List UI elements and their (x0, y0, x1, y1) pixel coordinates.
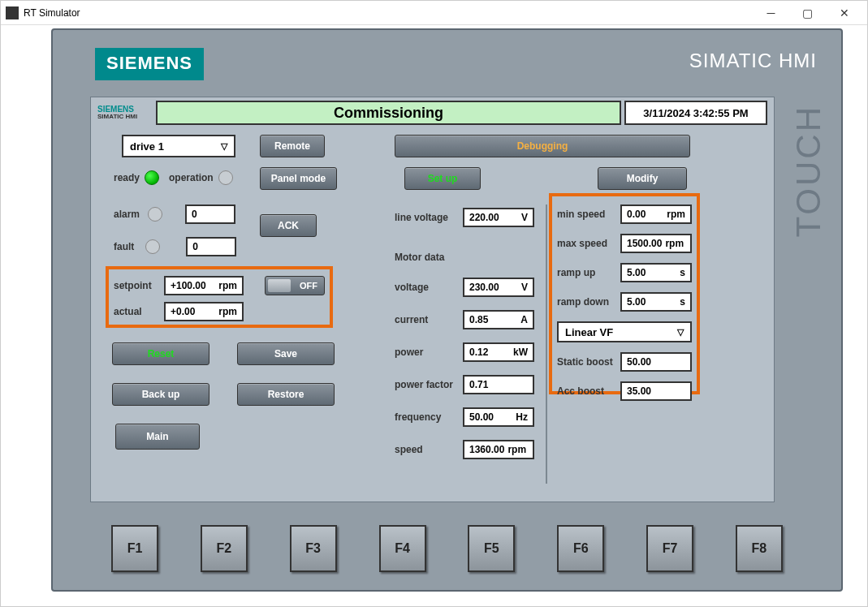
voltage-field[interactable]: 230.00V (463, 278, 534, 297)
fault-led-icon (145, 239, 160, 254)
f8-key[interactable]: F8 (736, 525, 783, 572)
frequency-field[interactable]: 50.00Hz (463, 407, 534, 427)
f6-key[interactable]: F6 (557, 525, 604, 572)
siemens-logo: SIEMENS (95, 48, 204, 80)
f7-key[interactable]: F7 (646, 525, 693, 572)
f5-key[interactable]: F5 (468, 525, 515, 572)
operation-label: operation (169, 172, 214, 183)
vf-mode-select[interactable]: Linear VF▽ (557, 321, 692, 342)
max-speed-label: max speed (557, 238, 620, 249)
static-boost-field[interactable]: 50.00 (620, 352, 692, 372)
alarm-value[interactable]: 0 (185, 204, 235, 224)
voltage-label: voltage (395, 282, 463, 293)
ramp-up-label: ramp up (557, 267, 620, 278)
hmi-bezel: SIEMENS SIMATIC HMI TOUCH SIEMENS SIMATI… (51, 28, 843, 592)
line-voltage-label: line voltage (395, 212, 463, 223)
drive-select[interactable]: drive 1▽ (122, 135, 235, 157)
ramp-up-field[interactable]: 5.00s (620, 263, 692, 282)
window-minimize-button[interactable]: ─ (753, 2, 789, 24)
acc-boost-field[interactable]: 35.00 (620, 381, 692, 401)
speed-field[interactable]: 1360.00rpm (463, 440, 534, 459)
window-close-button[interactable]: ✕ (826, 2, 862, 24)
remote-button[interactable]: Remote (260, 135, 325, 157)
f3-key[interactable]: F3 (290, 525, 337, 572)
main-button[interactable]: Main (115, 424, 200, 450)
vertical-separator (546, 204, 547, 484)
ramp-down-field[interactable]: 5.00s (620, 292, 692, 312)
static-boost-label: Static boost (557, 356, 620, 368)
ramp-down-label: ramp down (557, 296, 620, 308)
save-button[interactable]: Save (237, 342, 335, 365)
acc-boost-label: Acc boost (557, 385, 620, 397)
f1-key[interactable]: F1 (111, 525, 158, 572)
actual-label: actual (114, 306, 159, 317)
datetime-display: 3/11/2024 3:42:55 PM (624, 101, 767, 125)
reset-button[interactable]: Reset (112, 342, 209, 365)
speed-label: speed (395, 444, 463, 455)
setpoint-label: setpoint (114, 280, 159, 291)
mini-brand: SIEMENS SIMATIC HMI (97, 101, 156, 125)
current-field[interactable]: 0.85A (463, 310, 534, 329)
frequency-label: frequency (395, 411, 463, 423)
powerfactor-field[interactable]: 0.71 (463, 375, 534, 394)
chevron-down-icon: ▽ (221, 141, 227, 152)
alarm-label: alarm (114, 209, 140, 220)
setpoint-field[interactable]: +100.00rpm (164, 276, 244, 295)
touch-label: TOUCH (789, 105, 828, 238)
simatic-hmi-label: SIMATIC HMI (689, 50, 817, 72)
panel-mode-button[interactable]: Panel mode (260, 167, 337, 190)
function-key-row: F1 F2 F3 F4 F5 F6 F7 F8 (111, 525, 783, 575)
fault-value[interactable]: 0 (186, 237, 236, 256)
powerfactor-label: power factor (395, 379, 463, 390)
power-field[interactable]: 0.12kW (463, 342, 534, 362)
app-icon (6, 6, 19, 19)
page-title: Commissioning (156, 101, 621, 125)
min-speed-label: min speed (557, 209, 620, 220)
restore-button[interactable]: Restore (237, 383, 335, 406)
ack-button[interactable]: ACK (260, 214, 317, 237)
motor-data-heading: Motor data (395, 252, 541, 263)
current-label: current (395, 314, 463, 325)
operation-led-icon (218, 170, 233, 185)
chevron-down-icon: ▽ (677, 327, 684, 338)
window-title: RT Simulator (24, 7, 753, 19)
backup-button[interactable]: Back up (112, 383, 209, 406)
debugging-button[interactable]: Debugging (395, 135, 690, 157)
modify-button[interactable]: Modify (598, 167, 687, 190)
ready-led-icon (145, 170, 159, 185)
f2-key[interactable]: F2 (201, 525, 248, 572)
setpoint-toggle[interactable]: OFF (265, 276, 325, 295)
setup-button[interactable]: Set up (404, 167, 481, 190)
fault-label: fault (114, 241, 134, 252)
power-label: power (395, 347, 463, 358)
alarm-led-icon (148, 207, 162, 222)
max-speed-field[interactable]: 1500.00rpm (620, 234, 692, 253)
window-titlebar: RT Simulator ─ ▢ ✕ (1, 1, 867, 25)
window-maximize-button[interactable]: ▢ (789, 2, 826, 24)
min-speed-field[interactable]: 0.00rpm (620, 204, 692, 224)
ready-label: ready (114, 172, 140, 183)
line-voltage-field[interactable]: 220.00V (463, 208, 534, 227)
f4-key[interactable]: F4 (379, 525, 426, 572)
hmi-screen: SIEMENS SIMATIC HMI Commissioning 3/11/2… (90, 97, 775, 502)
actual-field: +0.00rpm (164, 302, 244, 321)
